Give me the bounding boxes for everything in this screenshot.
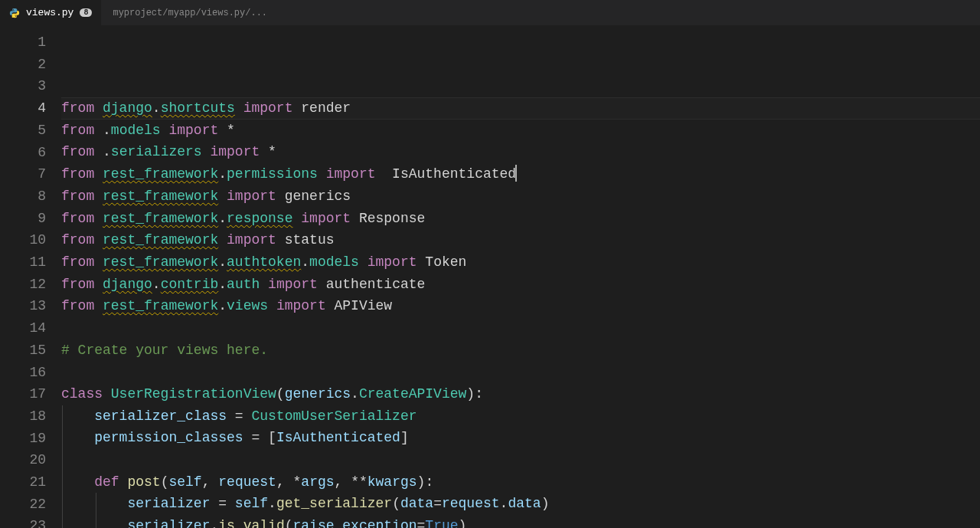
code-line[interactable]: from rest_framework.response import Resp… [61,208,980,230]
token: args [301,474,334,490]
line-number: 10 [0,229,46,251]
token [61,518,127,528]
code-line[interactable]: serializer = self.get_serializer(data=re… [61,493,980,515]
code-area[interactable]: from django.shortcuts import renderfrom … [61,26,980,528]
code-line[interactable]: # Create your views here. [61,339,980,362]
token: . [301,254,309,270]
indent-guide [62,515,63,528]
token: raise_exception [293,518,417,528]
token: post [127,474,160,490]
token: from [61,298,103,313]
token: rest_framework [103,232,218,248]
token: permissions [227,166,318,182]
token: from [61,144,103,159]
token: , * [276,474,301,490]
code-line[interactable] [61,361,980,383]
indent-guide [62,471,63,494]
code-line[interactable]: from rest_framework.permissions import I… [61,163,980,185]
token: . [152,277,161,292]
token: = [227,408,251,424]
token: serializer [127,496,210,511]
line-number: 21 [0,471,46,494]
code-editor[interactable]: 1234567891011121314151617181920212223 fr… [0,26,980,528]
token: import [268,298,334,313]
token: ] [400,430,409,445]
code-line[interactable]: from rest_framework import status [61,229,980,251]
token: serializer_class [94,408,227,424]
token: request [442,496,500,511]
token: = [ [243,430,276,445]
token: render [301,100,351,116]
code-line[interactable]: serializer_class = CustomUserSerializer [61,405,980,428]
breadcrumb[interactable]: myproject/myapp/views.py/... [102,8,267,18]
line-number: 14 [0,317,46,339]
line-number: 6 [0,142,46,164]
line-number: 22 [0,494,46,516]
tab-modified-badge: 8 [80,8,92,17]
line-number: 17 [0,383,46,405]
indent-guide [62,405,63,428]
token: rest_framework [103,254,218,270]
token: ( [161,474,169,490]
token [61,474,94,490]
token: data [400,496,433,511]
token: * [268,144,276,159]
line-number: 1 [0,31,46,54]
line-number: 16 [0,362,46,384]
line-number-gutter: 1234567891011121314151617181920212223 [0,26,61,528]
code-line[interactable] [61,449,980,471]
token: import [161,123,227,138]
line-number: 18 [0,405,46,428]
token: import [292,211,358,226]
token: True [425,518,458,528]
token: . [218,254,227,270]
token: . [500,496,508,511]
code-line[interactable]: from rest_framework.views import APIView [61,295,980,317]
token: from [61,254,103,270]
token: CustomUserSerializer [251,408,416,424]
token: models [309,254,359,270]
line-number: 15 [0,339,46,362]
token: ): [466,386,483,402]
editor-tab[interactable]: views.py 8 [0,0,102,25]
code-line[interactable]: from rest_framework import generics [61,185,980,208]
token: import [359,254,425,270]
token: Response [359,211,425,226]
token: rest_framework [103,189,218,204]
code-line[interactable]: from .serializers import * [61,141,980,163]
token: generics [285,386,351,402]
code-line[interactable]: from django.contrib.auth import authenti… [61,274,980,296]
token: import [235,100,301,116]
token: = [433,496,442,511]
token: rest_framework [103,298,218,313]
token: . [103,123,111,138]
code-line[interactable]: serializer.is_valid(raise_exception=True… [61,515,980,528]
token: * [227,123,235,138]
token: . [218,211,227,226]
token: import [318,166,392,182]
code-line[interactable]: from rest_framework.authtoken.models imp… [61,251,980,274]
token: . [218,298,227,313]
token: views [227,298,268,313]
token: Token [425,254,466,270]
token: = [210,496,234,511]
token: serializers [111,144,202,159]
token: data [508,496,541,511]
code-line[interactable]: from .models import * [61,120,980,142]
code-line[interactable]: permission_classes = [IsAuthenticated] [61,427,980,449]
token: rest_framework [103,166,218,182]
code-line[interactable] [61,317,980,339]
token: from [61,277,103,292]
token: = [417,518,426,528]
token: serializer [127,518,210,528]
token: contrib [161,277,219,292]
code-line[interactable]: from django.shortcuts import render [61,97,980,120]
code-line[interactable]: class UserRegistrationView(generics.Crea… [61,383,980,405]
token: from [61,232,103,248]
indent-guide [96,515,96,528]
token: self [235,496,268,511]
token: authenticate [326,277,426,292]
code-line[interactable]: def post(self, request, *args, **kwargs)… [61,471,980,494]
token: self [168,474,201,490]
token: . [218,277,227,292]
